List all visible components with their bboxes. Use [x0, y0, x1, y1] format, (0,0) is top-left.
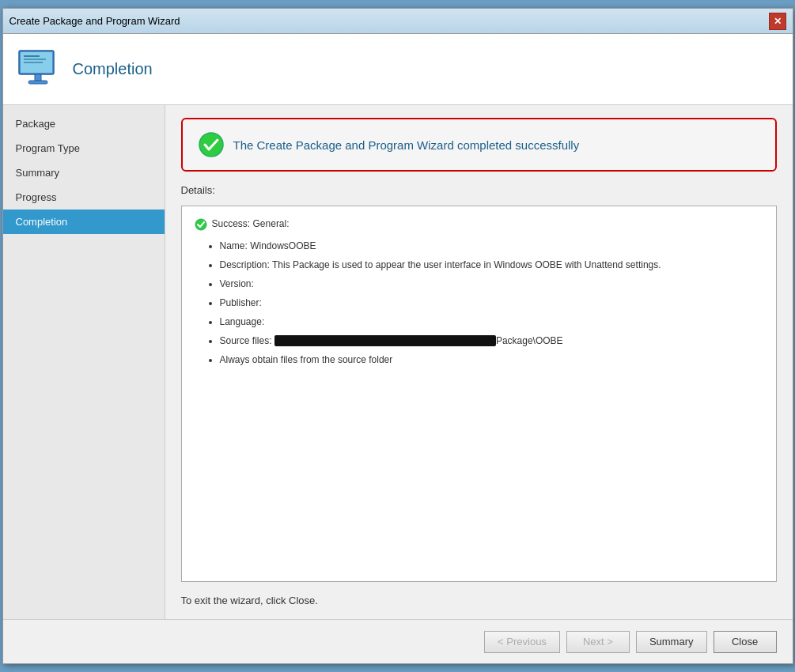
detail-item-language: Language: [220, 312, 763, 331]
detail-item-version: Version: [220, 274, 763, 293]
previous-button[interactable]: < Previous [484, 631, 560, 653]
window-close-button[interactable]: ✕ [769, 13, 786, 30]
detail-item-source-files: Source files: Package\OOBE [220, 331, 763, 350]
sidebar-item-summary[interactable]: Summary [3, 160, 165, 185]
details-success-text: Success: General: [212, 216, 290, 233]
detail-item-description: Description: This Package is used to app… [220, 255, 763, 274]
main-layout: Package Program Type Summary Progress Co… [3, 105, 793, 619]
sidebar-item-package[interactable]: Package [3, 111, 165, 136]
title-bar: Create Package and Program Wizard ✕ [3, 9, 793, 34]
details-success-line: Success: General: [195, 216, 763, 233]
detail-item-name: Name: WindowsOOBE [220, 236, 763, 255]
title-bar-buttons: ✕ [769, 13, 786, 30]
details-list: Name: WindowsOOBE Description: This Pack… [195, 236, 763, 369]
details-box: Success: General: Name: WindowsOOBE Desc… [181, 206, 777, 582]
sidebar-item-completion[interactable]: Completion [3, 210, 165, 234]
main-content: The Create Package and Program Wizard co… [165, 105, 793, 619]
footer: < Previous Next > Summary Close [3, 619, 793, 663]
summary-button[interactable]: Summary [636, 631, 707, 653]
close-button[interactable]: Close [714, 631, 777, 653]
detail-item-always-obtain: Always obtain files from the source fold… [220, 350, 763, 369]
svg-rect-2 [24, 55, 40, 57]
window-title: Create Package and Program Wizard [9, 15, 180, 27]
details-label: Details: [181, 184, 777, 196]
wizard-header: Completion [3, 34, 793, 105]
source-files-redacted-value [274, 335, 496, 346]
source-files-suffix: Package\OOBE [496, 335, 563, 346]
sidebar-item-program-type[interactable]: Program Type [3, 136, 165, 160]
svg-rect-4 [24, 62, 43, 63]
wizard-header-title: Completion [73, 60, 153, 78]
detail-item-publisher: Publisher: [220, 293, 763, 312]
success-message: The Create Package and Program Wizard co… [233, 138, 580, 152]
svg-rect-6 [28, 81, 47, 84]
svg-rect-3 [24, 59, 46, 60]
exit-text: To exit the wizard, click Close. [181, 595, 777, 606]
sidebar-item-progress[interactable]: Progress [3, 185, 165, 210]
wizard-window: Create Package and Program Wizard ✕ Comp… [2, 8, 793, 664]
next-button[interactable]: Next > [566, 631, 630, 653]
small-success-icon [195, 218, 207, 231]
success-banner: The Create Package and Program Wizard co… [181, 118, 777, 172]
computer-icon [16, 47, 60, 92]
svg-rect-5 [35, 74, 41, 81]
svg-point-7 [199, 133, 223, 157]
sidebar: Package Program Type Summary Progress Co… [3, 105, 165, 619]
success-check-icon [199, 132, 224, 157]
source-files-label: Source files: [220, 335, 274, 346]
